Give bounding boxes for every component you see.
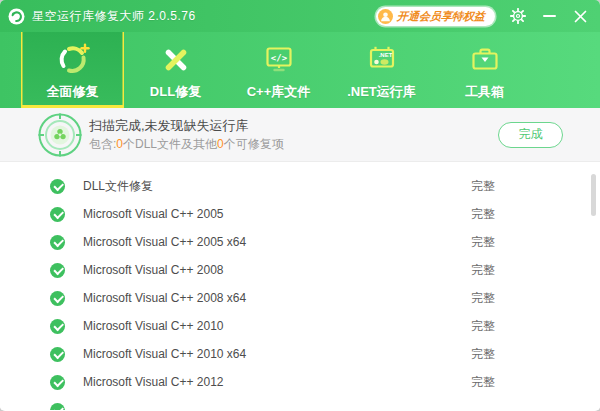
app-title: 星空运行库修复大师 2.0.5.76 xyxy=(32,8,196,25)
done-button[interactable]: 完成 xyxy=(498,122,563,148)
status-badge: 完整 xyxy=(471,262,495,279)
full-repair-icon xyxy=(54,41,92,79)
tab-label: DLL修复 xyxy=(150,83,201,101)
vip-avatar-icon xyxy=(378,9,393,24)
check-icon xyxy=(50,319,65,334)
tab-label: 工具箱 xyxy=(465,83,504,101)
tab-cpp-library[interactable]: </> C++库文件 xyxy=(227,32,330,108)
app-logo-icon xyxy=(8,8,25,25)
check-icon xyxy=(50,207,65,222)
status-badge: 完整 xyxy=(471,374,495,391)
list-item[interactable]: DLL文件修复 完整 xyxy=(0,172,600,200)
minimize-icon[interactable] xyxy=(541,8,557,24)
dotnet-icon-text: .NET xyxy=(378,52,392,58)
list-item[interactable]: Microsoft Visual C++ 2010 x64 完整 xyxy=(0,340,600,368)
tab-dotnet-runtime[interactable]: .NET .NET运行库 xyxy=(330,32,433,108)
tab-label: .NET运行库 xyxy=(347,83,416,101)
tab-toolbox[interactable]: 工具箱 xyxy=(433,32,536,108)
check-icon xyxy=(50,347,65,362)
scrollbar-thumb[interactable] xyxy=(591,174,596,216)
settings-gear-icon[interactable] xyxy=(510,8,526,24)
tab-dll-repair[interactable]: DLL修复 xyxy=(124,32,227,108)
tab-full-repair[interactable]: 全面修复 xyxy=(21,32,124,108)
close-icon[interactable] xyxy=(572,8,588,24)
list-item-partial[interactable] xyxy=(0,396,600,410)
tab-label: C++库文件 xyxy=(247,83,311,101)
tab-label: 全面修复 xyxy=(47,83,99,101)
check-icon xyxy=(50,263,65,278)
check-icon xyxy=(50,235,65,250)
status-badge: 完整 xyxy=(471,346,495,363)
status-badge: 完整 xyxy=(471,178,495,195)
scan-result-title: 扫描完成,未发现缺失运行库 xyxy=(89,118,284,134)
list-item[interactable]: Microsoft Visual C++ 2008 x64 完整 xyxy=(0,284,600,312)
toolbox-icon xyxy=(466,41,504,79)
dll-repair-icon xyxy=(157,41,195,79)
scan-status-bar: 扫描完成,未发现缺失运行库 包含:0个DLL文件及其他0个可修复项 完成 xyxy=(0,108,600,162)
check-icon xyxy=(50,375,65,390)
check-icon xyxy=(50,403,65,411)
vip-badge-label: 开通会员享特权益 xyxy=(396,9,485,24)
list-item[interactable]: Microsoft Visual C++ 2010 完整 xyxy=(0,312,600,340)
status-badge: 完整 xyxy=(471,318,495,335)
cpp-icon-text: </> xyxy=(270,53,287,63)
dotnet-runtime-icon: .NET xyxy=(363,41,401,79)
check-icon xyxy=(50,291,65,306)
scan-result-detail: 包含:0个DLL文件及其他0个可修复项 xyxy=(89,137,284,152)
tab-strip: 全面修复 DLL修复 </> C++库文件 xyxy=(0,32,600,108)
list-item[interactable]: Microsoft Visual C++ 2008 完整 xyxy=(0,256,600,284)
status-badge: 完整 xyxy=(471,206,495,223)
status-badge: 完整 xyxy=(471,234,495,251)
repair-item-list: DLL文件修复 完整 Microsoft Visual C++ 2005 完整 … xyxy=(0,162,600,410)
cpp-library-icon: </> xyxy=(260,41,298,79)
vip-upgrade-badge[interactable]: 开通会员享特权益 xyxy=(376,7,495,26)
list-item[interactable]: Microsoft Visual C++ 2005 x64 完整 xyxy=(0,228,600,256)
app-window: 星空运行库修复大师 2.0.5.76 开通会员享特权益 xyxy=(0,0,600,411)
status-badge: 完整 xyxy=(471,290,495,307)
list-item[interactable]: Microsoft Visual C++ 2012 完整 xyxy=(0,368,600,396)
list-item[interactable]: Microsoft Visual C++ 2005 完整 xyxy=(0,200,600,228)
scan-status-text: 扫描完成,未发现缺失运行库 包含:0个DLL文件及其他0个可修复项 xyxy=(89,118,284,152)
other-count: 0 xyxy=(217,137,224,151)
check-icon xyxy=(50,179,65,194)
titlebar[interactable]: 星空运行库修复大师 2.0.5.76 开通会员享特权益 xyxy=(0,0,600,32)
scan-radar-icon xyxy=(38,113,82,157)
